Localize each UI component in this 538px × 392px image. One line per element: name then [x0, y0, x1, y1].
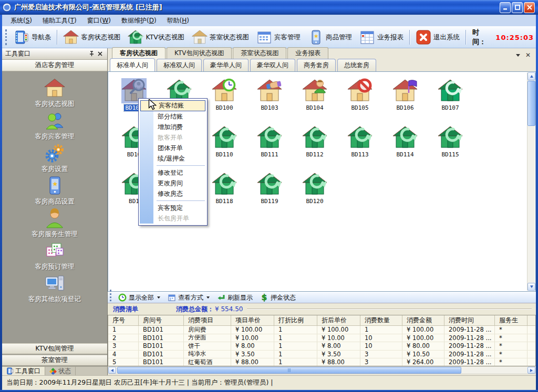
chevron-down-icon[interactable]: [516, 54, 520, 57]
room-type-tab-1[interactable]: 标准双人间: [157, 59, 202, 71]
room-BD105[interactable]: BD105: [337, 78, 382, 125]
room-BD119[interactable]: BD119: [247, 172, 292, 218]
table-header-3[interactable]: 项目单价: [231, 315, 274, 325]
table-row[interactable]: 5BD101红葡萄酒¥ 88.001¥ 88.003¥ 264.002009-1…: [108, 358, 535, 366]
room-BD118[interactable]: BD118: [202, 172, 247, 218]
context-menu-item-7[interactable]: 修改登记: [140, 167, 206, 178]
view-toolbar-button-refresh[interactable]: 刷新显示: [213, 293, 256, 303]
menu-item-H[interactable]: 帮助(H): [162, 15, 194, 26]
table-header-2[interactable]: 消费项目: [184, 315, 231, 325]
sidebar-item-house[interactable]: 客房状态视图: [35, 78, 75, 110]
maximize-button[interactable]: [512, 2, 523, 13]
menu-item-S[interactable]: 系统(S): [5, 15, 37, 26]
sidebar-item-computer[interactable]: 客房其他款项登记: [28, 273, 81, 305]
room-type-tab-0[interactable]: 标准单人间: [110, 58, 155, 71]
sidebar-tab-status[interactable]: 状态: [45, 367, 76, 375]
table-row[interactable]: 4BD101纯净水¥ 3.501¥ 3.503¥ 10.502009-11-28…: [108, 351, 535, 359]
toolbar-button-exit[interactable]: 退出系统: [412, 28, 463, 46]
horizontal-scroll-thumb[interactable]: [117, 367, 461, 374]
menu-item-T[interactable]: 辅助工具(T): [37, 15, 82, 26]
view-toolbar-button-deposit[interactable]: $押金状态: [256, 293, 299, 303]
context-menu-item-9[interactable]: 修改房态: [140, 188, 206, 199]
room-BD106[interactable]: BD106: [382, 78, 428, 125]
toolbar-button-label: 茶室状态视图: [210, 33, 249, 42]
context-menu-item-2[interactable]: 增加消费: [140, 122, 206, 132]
menu-item-D[interactable]: 数据维护(D): [116, 15, 162, 26]
room-BD113[interactable]: BD113: [337, 125, 382, 172]
toolbar-button-navigator[interactable]: 导航条: [10, 28, 55, 46]
context-menu-item-4[interactable]: 团体开单: [140, 143, 206, 153]
room-BD120[interactable]: BD120: [292, 172, 337, 218]
sidebar-item-booking[interactable]: 客房预订管理: [35, 240, 75, 273]
pin-icon[interactable]: [87, 50, 96, 58]
table-row[interactable]: 3BD101饼干¥ 8.001¥ 8.0010¥ 80.002009-11-28…: [108, 342, 535, 351]
table-header-7[interactable]: 消费金额: [402, 315, 444, 325]
sidebar-tab-toolwindow[interactable]: 工具窗口: [2, 367, 45, 375]
table-header-0[interactable]: 序号: [108, 315, 139, 325]
room-BD114[interactable]: BD114: [382, 125, 428, 172]
sidebar-item-gears[interactable]: 客房设置: [42, 143, 68, 175]
vertical-scroll-thumb[interactable]: [527, 81, 535, 126]
room-BD110[interactable]: BD110: [202, 125, 247, 172]
sidebar-group-hotel-rooms[interactable]: 酒店客房管理: [2, 60, 107, 71]
main-tab-0[interactable]: 客房状态视图: [112, 47, 165, 59]
room-BD111[interactable]: BD111: [247, 125, 292, 172]
table-header-8[interactable]: 消费时间: [444, 315, 495, 325]
table-row[interactable]: 1BD101房间费¥ 100.001¥ 100.001¥ 100.002009-…: [108, 326, 535, 334]
close-button[interactable]: [524, 2, 535, 13]
table-cell: 2: [108, 334, 139, 342]
room-BD100[interactable]: BD100: [202, 78, 247, 125]
close-icon[interactable]: ✕: [525, 52, 531, 58]
minimize-button[interactable]: [500, 2, 511, 13]
dropdown-arrow-icon[interactable]: [206, 296, 210, 299]
room-BD104[interactable]: BD104: [292, 78, 337, 125]
room-type-tab-3[interactable]: 豪华双人间: [250, 59, 295, 71]
sidebar-group-1[interactable]: 茶室管理: [2, 355, 107, 366]
scroll-right-icon[interactable]: [527, 367, 535, 374]
table-cell: 1: [274, 326, 317, 334]
toolbar-button-ktv-status[interactable]: KTV状态视图: [124, 28, 188, 46]
toolbar-button-report[interactable]: 业务报表: [356, 28, 407, 46]
view-toolbar-button-view-mode[interactable]: 查看方式: [164, 293, 213, 303]
table-header-1[interactable]: 房间号: [139, 315, 184, 325]
context-menu-item-5[interactable]: 续/退押金: [140, 153, 206, 164]
toolbar-button-tea-status[interactable]: 茶室状态视图: [188, 28, 253, 46]
main-tab-2[interactable]: 茶室状态视图: [233, 47, 286, 59]
dropdown-arrow-icon[interactable]: [157, 296, 160, 299]
horizontal-scrollbar[interactable]: [108, 366, 536, 374]
table-row[interactable]: 2BD101方便面¥ 10.001¥ 10.0010¥ 100.002009-1…: [108, 334, 535, 343]
sidebar-group-0[interactable]: KTV包间管理: [2, 343, 107, 354]
room-BD103[interactable]: BD103: [247, 78, 292, 125]
main-tab-1[interactable]: KTV包间状态视图: [167, 47, 232, 59]
tool-window-close-icon[interactable]: [96, 50, 104, 58]
scroll-left-icon[interactable]: [108, 367, 116, 374]
menu-item-W[interactable]: 窗口(W): [82, 15, 116, 26]
scroll-down-icon[interactable]: [527, 283, 535, 291]
table-header-4[interactable]: 打折比例: [274, 315, 317, 325]
vertical-scrollbar[interactable]: [527, 72, 535, 291]
toolbar-grip[interactable]: [5, 29, 8, 45]
room-BD112[interactable]: BD112: [292, 125, 337, 172]
table-header-5[interactable]: 折后单价: [317, 315, 360, 325]
main-tab-3[interactable]: 业务报表: [287, 47, 328, 59]
context-menu: 宾客结账部分结账增加消费散客开单团体开单续/退押金修改登记更改房间修改房态宾客预…: [138, 98, 208, 226]
room-type-tab-2[interactable]: 豪华单人间: [203, 59, 249, 71]
sidebar-item-guests[interactable]: 客房宾客管理: [35, 110, 75, 143]
toolbar-button-guest-manage[interactable]: 宾客管理: [253, 28, 304, 46]
view-toolbar-button-clock[interactable]: 显示全部: [115, 293, 164, 303]
context-menu-item-11[interactable]: 宾客预定: [140, 203, 206, 213]
sidebar-item-waiter[interactable]: 客房服务生管理: [32, 208, 78, 240]
table-cell: ¥ 10.00: [231, 334, 274, 342]
room-BD115[interactable]: BD115: [428, 125, 473, 172]
sidebar-item-pda[interactable]: 客房商品设置: [35, 175, 75, 208]
room-BD107[interactable]: BD107: [428, 78, 473, 125]
toolbar-button-room-status[interactable]: 客房状态视图: [59, 28, 124, 46]
context-menu-item-8[interactable]: 更改房间: [140, 178, 206, 188]
table-header-9[interactable]: 服务生: [495, 315, 527, 325]
room-type-tab-5[interactable]: 总统套房: [337, 59, 376, 71]
context-menu-item-1[interactable]: 部分结账: [140, 111, 206, 122]
table-header-6[interactable]: 消费数量: [360, 315, 402, 325]
scroll-up-icon[interactable]: [527, 72, 535, 80]
toolbar-button-goods-manage[interactable]: 商品管理: [304, 28, 356, 46]
room-type-tab-4[interactable]: 商务套房: [297, 59, 336, 71]
